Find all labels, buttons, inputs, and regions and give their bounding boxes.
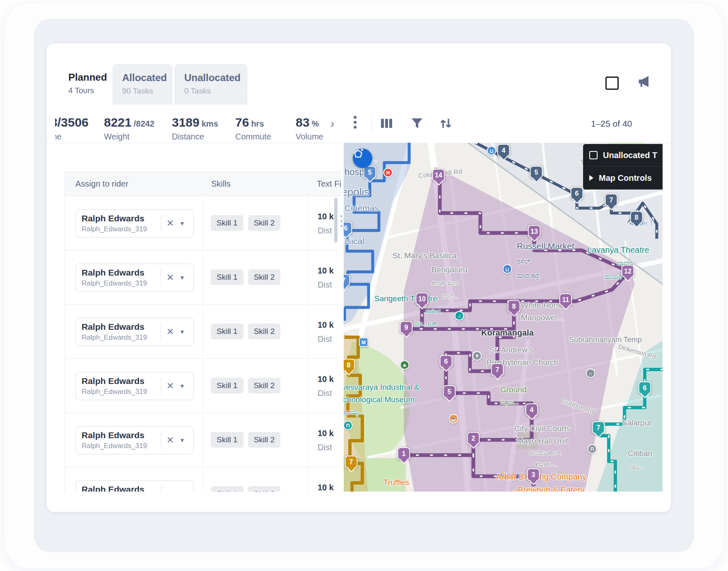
header-skills: Skills bbox=[211, 179, 231, 189]
rider-name: Ralph Edwards bbox=[82, 430, 161, 440]
scrollbar[interactable] bbox=[334, 198, 337, 242]
map-label: Arbor Brewing Company bbox=[496, 472, 586, 482]
clear-rider-icon[interactable]: ✕ bbox=[161, 381, 179, 391]
chevron-down-icon[interactable]: ▼ bbox=[179, 383, 193, 389]
draw-zone-button[interactable] bbox=[353, 149, 372, 168]
skill-chip: Skill 2 bbox=[248, 432, 281, 448]
columns-icon[interactable] bbox=[381, 118, 393, 130]
rider-select[interactable]: Ralph Edwards Ralph_Edwards_319 ✕ ▼ bbox=[75, 480, 194, 492]
checkbox-icon[interactable] bbox=[589, 151, 598, 159]
kebab-menu-icon[interactable]: ••• bbox=[353, 115, 357, 130]
tab-label: Unallocated bbox=[184, 72, 247, 84]
map-controls-label: Map Controls bbox=[599, 173, 652, 183]
stat-volume: 83% Volume bbox=[296, 115, 323, 142]
row-metric: 10 k bbox=[318, 212, 334, 221]
map-label: Truffles bbox=[383, 478, 409, 487]
map-label: ಮೇಯೊ ಹಾಲ್, bbox=[529, 449, 562, 456]
clear-rider-icon[interactable]: ✕ bbox=[161, 272, 179, 283]
row-metric: 10 k bbox=[318, 483, 334, 492]
clear-rider-icon[interactable]: ✕ bbox=[161, 435, 179, 446]
map-marker-purple-4[interactable]: 4 bbox=[526, 403, 538, 416]
tab-planned[interactable]: Planned 4 Tours bbox=[59, 64, 112, 105]
filter-icon[interactable] bbox=[411, 118, 423, 130]
rider-select[interactable]: Ralph Edwards Ralph_Edwards_319 ✕ ▼ bbox=[75, 426, 194, 454]
skill-chip: Skill 1 bbox=[211, 378, 243, 393]
map-marker-purple-14[interactable]: 14 bbox=[432, 169, 445, 182]
map-marker-navy-5[interactable]: 5 bbox=[530, 166, 543, 179]
map-marker-amber-7[interactable]: 7 bbox=[345, 456, 358, 468]
tab-sub: 90 Tasks bbox=[122, 86, 172, 96]
unallocated-tasks-toggle[interactable]: Unallocated T bbox=[583, 144, 663, 166]
map-marker-purple-6[interactable]: 6 bbox=[440, 355, 453, 368]
chevron-down-icon[interactable]: ▼ bbox=[179, 329, 193, 335]
chevron-down-icon[interactable]: ▼ bbox=[179, 220, 193, 227]
megaphone-icon[interactable] bbox=[636, 75, 651, 90]
pagination-label: 1–25 of 40 bbox=[591, 119, 632, 129]
rider-name: Ralph Edwards bbox=[82, 268, 161, 278]
chevron-down-icon[interactable]: ▼ bbox=[179, 437, 193, 444]
map-marker-teal-7[interactable]: 7 bbox=[592, 421, 605, 434]
hospital-icon: H bbox=[383, 168, 393, 178]
tab-allocated[interactable]: Allocated 90 Tasks bbox=[113, 64, 172, 105]
table-row: Ralph Edwards Ralph_Edwards_319 ✕ ▼ Skil… bbox=[65, 413, 341, 467]
chevron-down-icon[interactable]: ▼ bbox=[179, 274, 193, 281]
map-label: St. Mary's Basilica, bbox=[393, 251, 459, 260]
chevron-down-icon[interactable]: ▼ bbox=[179, 491, 193, 492]
rider-name: Ralph Edwards bbox=[82, 214, 161, 223]
map-label: ರಸೆಲ್ bbox=[517, 258, 530, 265]
skill-chip: Skill 2 bbox=[248, 378, 281, 393]
map-label: Salarpur bbox=[622, 418, 652, 427]
map-marker-purple-8[interactable]: 8 bbox=[508, 300, 521, 313]
map-marker-teal-6[interactable]: 6 bbox=[639, 381, 651, 394]
rider-select[interactable]: Ralph Edwards Ralph_Edwards_319 ✕ ▼ bbox=[75, 264, 194, 292]
map-marker-navy-8[interactable]: 8 bbox=[630, 211, 643, 224]
map-marker-blue-6[interactable]: 6 bbox=[344, 222, 352, 235]
map-marker-purple-11[interactable]: 11 bbox=[559, 293, 572, 306]
rider-select[interactable]: Ralph Edwards Ralph_Edwards_319 ✕ ▼ bbox=[75, 372, 194, 400]
map-marker-purple-2[interactable]: 2 bbox=[467, 432, 480, 445]
map-marker-amber-8[interactable]: 8 bbox=[344, 359, 355, 372]
clear-rider-icon[interactable]: ✕ bbox=[161, 218, 179, 229]
map-marker-navy-6[interactable]: 6 bbox=[571, 187, 583, 200]
rider-select[interactable]: Ralph Edwards Ralph_Edwards_319 ✕ ▼ bbox=[75, 209, 194, 238]
clear-rider-icon[interactable]: ✕ bbox=[161, 489, 179, 492]
skill-chip: Skill 2 bbox=[248, 324, 281, 339]
map-label: - Brewpub & Eatery bbox=[513, 485, 584, 492]
panel-resize-handle[interactable] bbox=[340, 212, 343, 230]
map-marker-purple-10[interactable]: 10 bbox=[416, 293, 429, 305]
map-marker-blue-7[interactable]: 7 bbox=[344, 274, 350, 287]
map-label: ಕೋರ್ಟ್... bbox=[535, 461, 558, 468]
map-marker-purple-13[interactable]: 13 bbox=[528, 225, 541, 238]
map-label: Visvesvaraya Industrial & bbox=[344, 383, 419, 392]
skills-cell: Skill 1Skill 2 bbox=[203, 467, 308, 492]
map-marker-purple-9[interactable]: 9 bbox=[400, 321, 413, 334]
map-marker-purple-3[interactable]: 3 bbox=[527, 468, 540, 481]
map-marker-purple-5[interactable]: 5 bbox=[443, 385, 456, 398]
clear-rider-icon[interactable]: ✕ bbox=[161, 326, 179, 337]
map-label: Manpower... bbox=[521, 313, 564, 322]
tab-sub: 4 Tours bbox=[68, 86, 112, 95]
stat-commute: 76hrs Commute bbox=[235, 115, 271, 142]
chevron-right-icon[interactable]: › bbox=[330, 117, 334, 130]
rider-select[interactable]: Ralph Edwards Ralph_Edwards_319 ✕ ▼ bbox=[75, 318, 194, 346]
map-marker-purple-7[interactable]: 7 bbox=[491, 363, 504, 376]
map-label: Koramangala bbox=[481, 328, 534, 338]
tab-unallocated[interactable]: Unallocated 0 Tasks bbox=[175, 64, 247, 105]
map-label: ಮಾರುಕಟ್ಟೆ bbox=[517, 272, 539, 279]
map-marker-purple-12[interactable]: 12 bbox=[622, 265, 634, 278]
select-checkbox[interactable] bbox=[605, 77, 619, 90]
text-fields-cell: 10 k Dist bbox=[308, 467, 341, 492]
metro-icon: M bbox=[359, 338, 369, 347]
map-marker-navy-7[interactable]: 7 bbox=[605, 194, 618, 206]
map-marker-navy-4[interactable]: 4 bbox=[497, 144, 510, 157]
map-marker-blue-5[interactable]: 5 bbox=[364, 166, 376, 179]
map-marker-purple-1[interactable]: 1 bbox=[398, 447, 410, 460]
rider-name: Ralph Edwards bbox=[82, 485, 161, 492]
map-controls-toggle[interactable]: Map Controls bbox=[583, 166, 663, 189]
triangle-right-icon bbox=[589, 175, 593, 181]
tab-sub: 0 Tasks bbox=[184, 86, 247, 96]
sort-icon[interactable] bbox=[439, 117, 453, 131]
map-label: Lavanya Theatre bbox=[587, 245, 649, 255]
map-canvas[interactable]: Unallocated T Map Controls 5674567814131… bbox=[344, 143, 663, 492]
skill-chip: Skill 1 bbox=[211, 486, 243, 492]
